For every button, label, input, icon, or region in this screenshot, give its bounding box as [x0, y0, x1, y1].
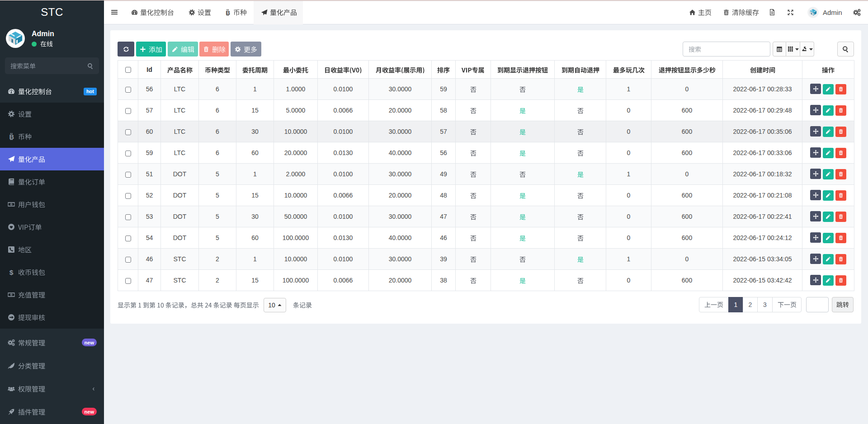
svg-text:B: B [9, 133, 14, 140]
svg-text:$: $ [9, 269, 14, 276]
svg-text:B: B [226, 9, 230, 15]
